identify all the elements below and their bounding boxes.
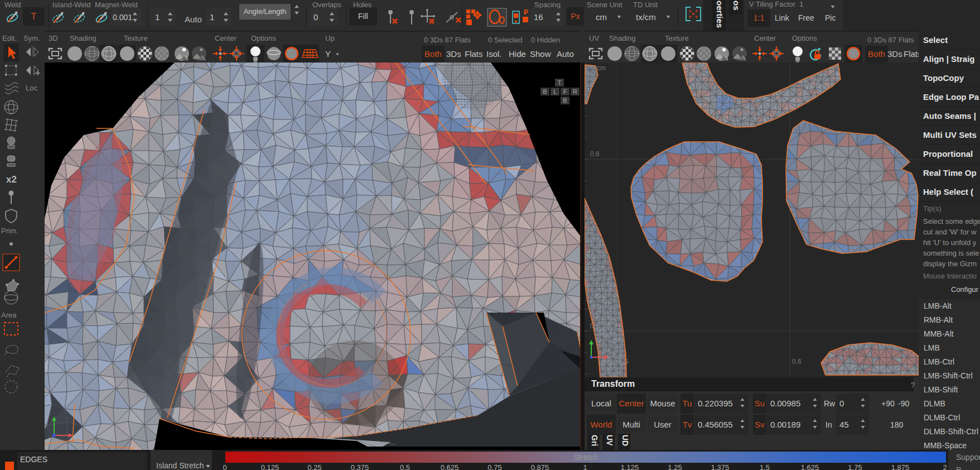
svg-text:B: B [563, 97, 567, 104]
svg-text:F: F [563, 88, 567, 95]
svg-text:L: L [553, 88, 557, 95]
svg-text:B: B [543, 88, 547, 95]
svg-text:R: R [573, 88, 577, 95]
svg-text:T: T [558, 79, 562, 86]
svg-text:x2: x2 [6, 174, 17, 185]
svg-text:0.6: 0.6 [792, 358, 802, 366]
svg-text:cm: cm [597, 64, 606, 72]
svg-text:0.6: 0.6 [590, 150, 600, 158]
